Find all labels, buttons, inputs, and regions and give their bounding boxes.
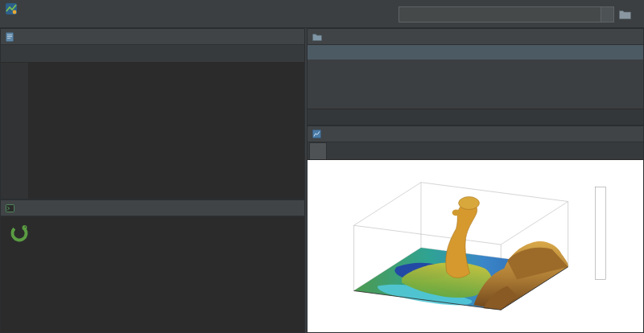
console-panel (0, 199, 305, 333)
colorbar (595, 187, 605, 280)
console-panel-header (1, 200, 304, 216)
folder-icon (312, 33, 322, 41)
figure-tab-bar (308, 142, 643, 160)
current-folder-group (394, 6, 631, 23)
editor-panel (0, 28, 305, 199)
editor-icon (6, 32, 14, 42)
file-table-header (308, 45, 643, 60)
jython-snake-icon (9, 223, 30, 244)
current-folder-combobox[interactable] (398, 6, 614, 23)
app-icon (5, 2, 18, 17)
console-area[interactable] (1, 216, 304, 332)
console-icon (6, 204, 14, 212)
topbar (0, 0, 644, 28)
editor-tab-bar (1, 45, 304, 63)
figures-panel-header (308, 126, 643, 142)
explorer-tab-bar (308, 109, 643, 125)
combo-dropdown-arrow-icon[interactable] (601, 7, 613, 22)
figure-canvas[interactable] (308, 160, 643, 332)
surface-plot (308, 160, 643, 332)
jython-logo (9, 223, 298, 244)
file-explorer-panel (307, 28, 644, 125)
browse-folder-button[interactable] (619, 10, 631, 19)
code-editor[interactable] (1, 63, 304, 199)
editor-panel-header (1, 29, 304, 45)
figures-icon (312, 130, 321, 138)
file-explorer-panel-header (308, 29, 643, 45)
file-table (308, 60, 643, 109)
figure-tab[interactable] (309, 142, 327, 159)
figures-panel (307, 125, 644, 333)
terrain-surface (354, 197, 568, 310)
